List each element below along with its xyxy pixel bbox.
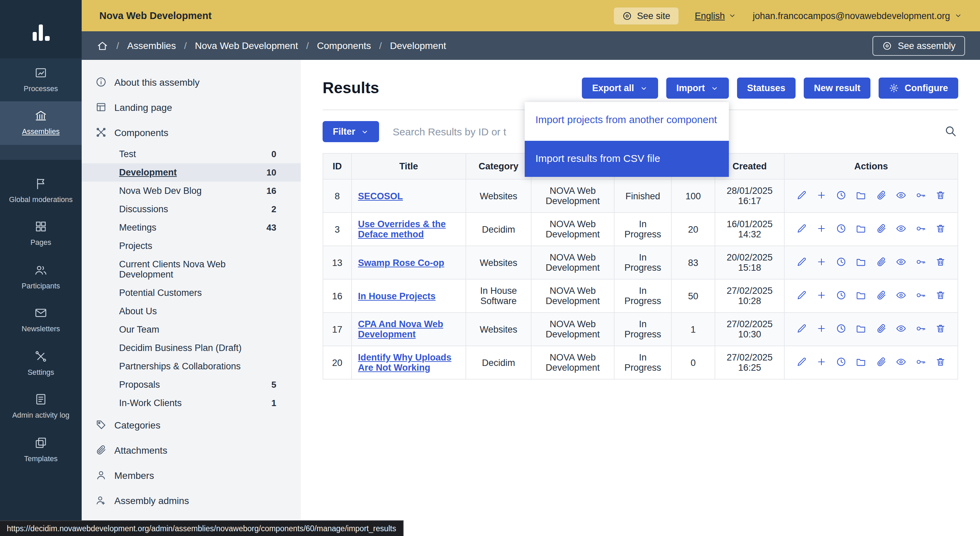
folder-action-button[interactable] — [854, 255, 868, 270]
eye-action-button[interactable] — [894, 188, 907, 204]
result-title-link[interactable]: SECOSOL — [358, 191, 403, 201]
assembly-menu-item-in-work-clients[interactable]: In-Work Clients1 — [82, 394, 301, 412]
key-action-button[interactable] — [914, 321, 928, 337]
clock-action-button[interactable] — [835, 255, 848, 270]
eye-action-button[interactable] — [894, 221, 907, 237]
assembly-menu-item-components[interactable]: Components — [82, 120, 301, 145]
language-selector[interactable]: English — [695, 11, 737, 21]
paperclip-action-button[interactable] — [874, 321, 888, 337]
export-all-button[interactable]: Export all — [582, 78, 658, 98]
sidebar-item-templates[interactable]: Templates — [0, 428, 82, 472]
see-assembly-button[interactable]: See assembly — [872, 36, 965, 56]
eye-action-button[interactable] — [894, 321, 907, 337]
assembly-menu-item-categories[interactable]: Categories — [82, 412, 301, 438]
breadcrumb-components[interactable]: Components — [317, 40, 371, 51]
eye-action-button[interactable] — [894, 288, 907, 304]
paperclip-action-button[interactable] — [874, 255, 888, 270]
paperclip-action-button[interactable] — [874, 221, 888, 237]
clock-action-button[interactable] — [835, 355, 848, 370]
plus-action-button[interactable] — [815, 221, 828, 237]
assembly-menu-item-assembly-admins[interactable]: Assembly admins — [82, 488, 301, 513]
sidebar-item-global-moderations[interactable]: Global moderations — [0, 170, 82, 212]
key-action-button[interactable] — [914, 288, 928, 304]
assembly-menu-item-partnerships-collaborations[interactable]: Partnerships & Collaborations — [82, 357, 301, 376]
trash-action-button[interactable] — [934, 321, 947, 337]
clock-action-button[interactable] — [835, 221, 848, 237]
decidim-logo[interactable] — [0, 0, 82, 59]
assembly-menu-item-decidim-business-plan-draft[interactable]: Decidim Business Plan (Draft) — [82, 339, 301, 357]
import-button[interactable]: Import — [666, 78, 729, 98]
configure-button[interactable]: Configure — [879, 78, 959, 98]
trash-action-button[interactable] — [934, 188, 947, 204]
plus-action-button[interactable] — [815, 355, 828, 370]
paperclip-action-button[interactable] — [874, 288, 888, 304]
statuses-button[interactable]: Statuses — [737, 78, 795, 98]
assembly-menu-item-nova-web-dev-blog[interactable]: Nova Web Dev Blog16 — [82, 182, 301, 200]
folder-action-button[interactable] — [854, 355, 868, 370]
breadcrumb-assemblies[interactable]: Assemblies — [127, 40, 176, 51]
plus-action-button[interactable] — [815, 321, 828, 337]
user-menu[interactable]: johan.francocampos@novawebdevelopment.or… — [753, 11, 962, 21]
clock-action-button[interactable] — [835, 321, 848, 337]
trash-action-button[interactable] — [934, 288, 947, 304]
sidebar-item-participants[interactable]: Participants — [0, 256, 82, 299]
breadcrumb-development[interactable]: Development — [390, 40, 446, 51]
result-title-link[interactable]: CPA And Nova Web Development — [358, 319, 443, 339]
pencil-action-button[interactable] — [795, 321, 808, 337]
new-result-button[interactable]: New result — [804, 78, 871, 98]
sidebar-item-assemblies[interactable]: Assemblies — [0, 102, 82, 145]
assembly-menu-item-about-this-assembly[interactable]: About this assembly — [82, 70, 301, 95]
dropdown-item-import-csv[interactable]: Import results from CSV file — [524, 141, 729, 177]
assembly-menu-item-projects[interactable]: Projects — [82, 237, 301, 255]
folder-action-button[interactable] — [854, 221, 868, 237]
assembly-menu-item-discussions[interactable]: Discussions2 — [82, 200, 301, 218]
clock-action-button[interactable] — [835, 288, 848, 304]
plus-action-button[interactable] — [815, 188, 828, 204]
pencil-action-button[interactable] — [795, 221, 808, 237]
result-title-link[interactable]: Use Overrides & the Deface method — [358, 219, 446, 239]
dropdown-item-import-projects[interactable]: Import projects from another component — [524, 102, 729, 138]
folder-action-button[interactable] — [854, 321, 868, 337]
see-site-link[interactable]: See site — [614, 7, 679, 24]
assembly-menu-item-meetings[interactable]: Meetings43 — [82, 218, 301, 237]
assembly-menu-item-our-team[interactable]: Our Team — [82, 320, 301, 339]
pencil-action-button[interactable] — [795, 255, 808, 270]
result-title-link[interactable]: In House Projects — [358, 291, 436, 301]
pencil-action-button[interactable] — [795, 188, 808, 204]
plus-action-button[interactable] — [815, 288, 828, 304]
clock-action-button[interactable] — [835, 188, 848, 204]
pencil-action-button[interactable] — [795, 355, 808, 370]
trash-action-button[interactable] — [934, 221, 947, 237]
key-action-button[interactable] — [914, 355, 928, 370]
assembly-menu-item-proposals[interactable]: Proposals5 — [82, 376, 301, 394]
assembly-menu-item-about-us[interactable]: About Us — [82, 302, 301, 320]
key-action-button[interactable] — [914, 188, 928, 204]
assembly-menu-item-members[interactable]: Members — [82, 463, 301, 488]
assembly-menu-item-development[interactable]: Development10 — [82, 163, 301, 182]
home-breadcrumb-link[interactable] — [97, 40, 108, 51]
breadcrumb-assembly-name[interactable]: Nova Web Development — [195, 40, 298, 51]
assembly-menu-item-potential-customers[interactable]: Potential Customers — [82, 284, 301, 302]
trash-action-button[interactable] — [934, 255, 947, 270]
sidebar-item-admin-activity-log[interactable]: Admin activity log — [0, 385, 82, 428]
assembly-menu-item-current-clients-nova-web-development[interactable]: Current Clients Nova Web Development — [82, 255, 301, 284]
assembly-menu-item-test[interactable]: Test0 — [82, 145, 301, 163]
sidebar-item-newsletters[interactable]: Newsletters — [0, 299, 82, 342]
filter-button[interactable]: Filter — [323, 121, 379, 142]
sidebar-item-processes[interactable]: Processes — [0, 59, 82, 102]
paperclip-action-button[interactable] — [874, 188, 888, 204]
pencil-action-button[interactable] — [795, 288, 808, 304]
key-action-button[interactable] — [914, 255, 928, 270]
eye-action-button[interactable] — [894, 355, 907, 370]
assembly-menu-item-landing-page[interactable]: Landing page — [82, 95, 301, 120]
paperclip-action-button[interactable] — [874, 355, 888, 370]
result-title-link[interactable]: Identify Why Uploads Are Not Working — [358, 352, 452, 373]
key-action-button[interactable] — [914, 221, 928, 237]
assembly-menu-item-attachments[interactable]: Attachments — [82, 438, 301, 463]
eye-action-button[interactable] — [894, 255, 907, 270]
trash-action-button[interactable] — [934, 355, 947, 370]
search-button[interactable] — [943, 123, 958, 140]
plus-action-button[interactable] — [815, 255, 828, 270]
sidebar-item-settings[interactable]: Settings — [0, 342, 82, 385]
folder-action-button[interactable] — [854, 188, 868, 204]
